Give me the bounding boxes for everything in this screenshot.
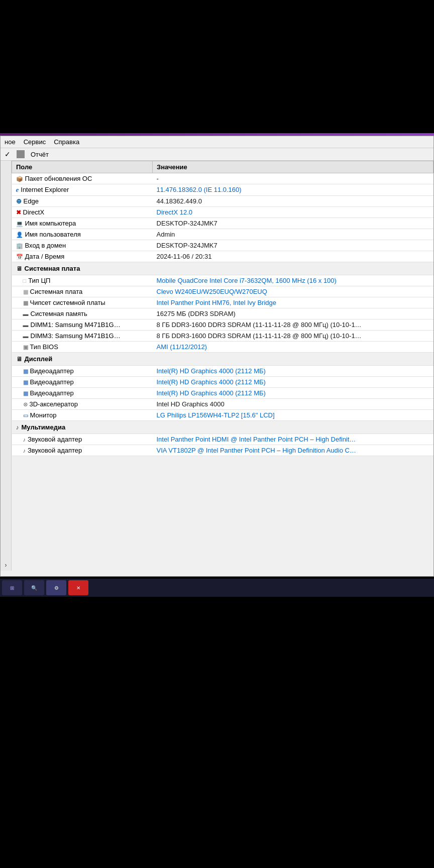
field-cell: ▬DIMM3: Samsung M471B1G… bbox=[12, 331, 153, 342]
value-cell: VIA VT1802P @ Intel Panther Point PCH – … bbox=[153, 445, 433, 456]
table-row: ▦Чипсет системной платыIntel Panther Poi… bbox=[12, 297, 433, 308]
table-row: ♪Звуковой адаптерIntel Panther Point HDM… bbox=[12, 434, 433, 445]
section-icon: 🖥 bbox=[16, 265, 22, 272]
field-text: Звуковой адаптер bbox=[28, 436, 82, 443]
field-text: Дата / Время bbox=[25, 253, 65, 260]
row-icon: 🏢 bbox=[16, 243, 23, 249]
value-cell: Mobile QuadCore Intel Core i7-3632QM, 16… bbox=[153, 275, 433, 286]
table-row: ▬Системная память16275 МБ (DDR3 SDRAM) bbox=[12, 308, 433, 319]
taskbar-btn-red[interactable]: ✕ bbox=[68, 580, 88, 595]
field-cell: 🏢Вход в домен bbox=[12, 240, 153, 251]
row-icon: ♪ bbox=[23, 437, 26, 443]
menu-item-spravka[interactable]: Справка bbox=[54, 138, 79, 146]
value-cell: 16275 МБ (DDR3 SDRAM) bbox=[153, 308, 433, 319]
value-cell: 44.18362.449.0 bbox=[153, 196, 433, 207]
value-cell: - bbox=[153, 173, 433, 184]
report-doc-icon bbox=[17, 150, 25, 158]
menu-item-servis[interactable]: Сервис bbox=[24, 138, 46, 146]
field-cell: 👤Имя пользователя bbox=[12, 229, 153, 240]
field-text: Видеоадаптер bbox=[30, 367, 74, 375]
value-cell: 8 ГБ DDR3-1600 DDR3 SDRAM (11-11-11-28 @… bbox=[153, 319, 433, 331]
table-row: ▦ВидеоадаптерIntel(R) HD Graphics 4000 (… bbox=[12, 377, 433, 388]
field-cell: ▭Монитор bbox=[12, 410, 153, 421]
field-cell: ▬Системная память bbox=[12, 308, 153, 319]
row-icon: ▬ bbox=[23, 311, 29, 317]
field-text: DIMM1: Samsung M471B1G… bbox=[31, 321, 121, 329]
row-icon: e bbox=[16, 187, 19, 193]
field-cell: ⊗3D-акселератор bbox=[12, 399, 153, 410]
table-row: ▦ВидеоадаптерIntel(R) HD Graphics 4000 (… bbox=[12, 366, 433, 377]
field-text: 3D-акселератор bbox=[30, 400, 78, 408]
report-label: Отчёт bbox=[31, 151, 49, 158]
row-icon: ▦ bbox=[23, 379, 28, 385]
section-label: Системная плата bbox=[25, 265, 80, 272]
field-cell: ▦Чипсет системной платы bbox=[12, 297, 153, 308]
screen-area: ное Сервис Справка ✓ Отчёт › Поле Значен… bbox=[0, 136, 434, 577]
table-row: 🏢Вход в доменDESKTOP-324JMK7 bbox=[12, 240, 433, 251]
field-cell: 📦Пакет обновления ОС bbox=[12, 173, 153, 184]
row-icon: ⊗ bbox=[23, 401, 28, 407]
section-header-cell: 🖥Системная плата bbox=[12, 262, 433, 275]
row-icon: 📅 bbox=[16, 254, 23, 260]
field-cell: ▦Видеоадаптер bbox=[12, 377, 153, 388]
value-cell: 8 ГБ DDR3-1600 DDR3 SDRAM (11-11-11-28 @… bbox=[153, 331, 433, 342]
col-header-value: Значение bbox=[153, 161, 433, 173]
table-row: 🖥Дисплей bbox=[12, 353, 433, 366]
field-text: Звуковой адаптер bbox=[28, 447, 82, 454]
field-cell: □Тип ЦП bbox=[12, 275, 153, 286]
field-text: Видеоадаптер bbox=[30, 389, 74, 397]
content-area: › Поле Значение 📦Пакет обновления ОС-eIn… bbox=[1, 161, 433, 571]
taskbar-btn-3[interactable]: ⚙ bbox=[46, 580, 66, 595]
field-cell: ▬DIMM1: Samsung M471B1G… bbox=[12, 319, 153, 331]
field-text: Имя пользователя bbox=[25, 231, 81, 238]
table-row: ▦ВидеоадаптерIntel(R) HD Graphics 4000 (… bbox=[12, 388, 433, 399]
table-row: ▬DIMM1: Samsung M471B1G…8 ГБ DDR3-1600 D… bbox=[12, 319, 433, 331]
taskbar-btn-2-icon: 🔍 bbox=[31, 585, 37, 591]
section-label: Мультимедиа bbox=[22, 423, 66, 431]
value-cell: Intel(R) HD Graphics 4000 (2112 МБ) bbox=[153, 388, 433, 399]
field-cell: ▦Видеоадаптер bbox=[12, 366, 153, 377]
field-text: Internet Explorer bbox=[21, 186, 69, 193]
value-cell: DESKTOP-324JMK7 bbox=[153, 218, 433, 229]
menu-bar: ное Сервис Справка bbox=[1, 136, 433, 148]
row-icon: 👤 bbox=[16, 232, 23, 238]
info-table: Поле Значение 📦Пакет обновления ОС-eInte… bbox=[12, 161, 433, 456]
toolbar: ✓ Отчёт bbox=[1, 148, 433, 161]
field-cell: ▦Системная плата bbox=[12, 286, 153, 297]
field-cell: ▦Видеоадаптер bbox=[12, 388, 153, 399]
left-panel-arrow[interactable]: › bbox=[5, 562, 7, 569]
field-text: Системная плата bbox=[30, 288, 83, 295]
row-icon: □ bbox=[23, 278, 27, 284]
row-icon: ♪ bbox=[23, 448, 26, 454]
section-header-cell: ♪Мультимедиа bbox=[12, 421, 433, 434]
row-icon: ✖ bbox=[16, 209, 21, 215]
field-text: Тип ЦП bbox=[28, 277, 50, 284]
field-cell: ♪Звуковой адаптер bbox=[12, 445, 153, 456]
field-text: Системная память bbox=[31, 310, 87, 317]
row-icon: ▬ bbox=[23, 322, 29, 328]
field-cell: ⊕Edge bbox=[12, 196, 153, 207]
value-cell: 11.476.18362.0 (IE 11.0.160) bbox=[153, 184, 433, 196]
field-cell: 📅Дата / Время bbox=[12, 251, 153, 262]
menu-item-noe[interactable]: ное bbox=[5, 138, 16, 146]
left-panel: › bbox=[1, 161, 12, 571]
taskbar-btn-red-icon: ✕ bbox=[76, 585, 80, 591]
field-text: Edge bbox=[24, 197, 39, 205]
taskbar-btn-1[interactable]: ⊞ bbox=[2, 580, 22, 595]
table-row: ▬DIMM3: Samsung M471B1G…8 ГБ DDR3-1600 D… bbox=[12, 331, 433, 342]
value-cell: Intel(R) HD Graphics 4000 (2112 МБ) bbox=[153, 377, 433, 388]
row-icon: ▦ bbox=[23, 368, 28, 374]
field-text: Видеоадаптер bbox=[30, 378, 74, 386]
field-cell: eInternet Explorer bbox=[12, 184, 153, 196]
table-row: ▦Системная платаClevo W240EU/W250EUQ/W27… bbox=[12, 286, 433, 297]
row-icon: ▦ bbox=[23, 390, 28, 396]
table-row: 👤Имя пользователяAdmin bbox=[12, 229, 433, 240]
field-text: Имя компьютера bbox=[25, 220, 76, 227]
row-icon: ⊕ bbox=[16, 198, 22, 204]
table-row: ♪Звуковой адаптерVIA VT1802P @ Intel Pan… bbox=[12, 445, 433, 456]
table-row: 📦Пакет обновления ОС- bbox=[12, 173, 433, 184]
table-row: 📅Дата / Время2024-11-06 / 20:31 bbox=[12, 251, 433, 262]
table-row: ▣Тип BIOSAMI (11/12/2012) bbox=[12, 342, 433, 353]
table-row: 🖥Системная плата bbox=[12, 262, 433, 275]
taskbar-btn-2[interactable]: 🔍 bbox=[24, 580, 44, 595]
